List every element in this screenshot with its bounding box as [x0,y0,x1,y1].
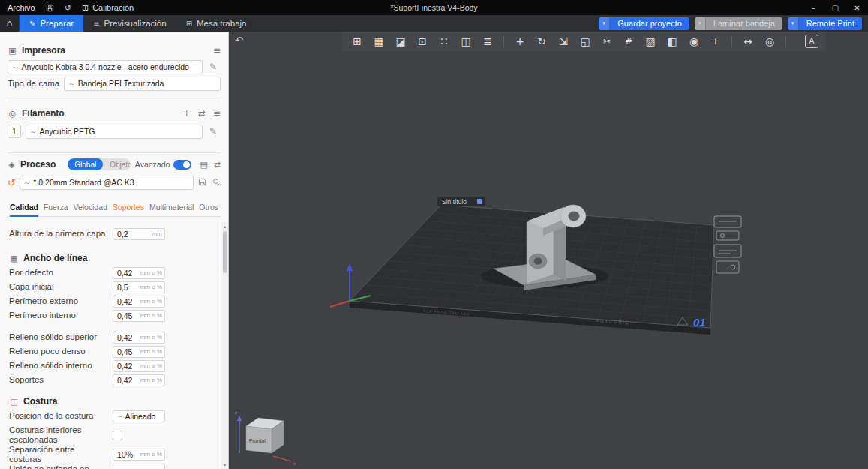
line-width-default-input[interactable]: 0,42mm o % [113,267,165,279]
workbench-icon: ⊞ [186,20,192,28]
plate-number-label[interactable]: 01 [693,316,706,329]
close-button[interactable]: ✕ [846,0,868,15]
nav-cube[interactable]: Frontal z x [235,410,296,466]
slice-plate-button[interactable]: ▾ Laminar bandeja [695,17,782,30]
home-icon: ⌂ [7,18,13,29]
filament-icon: ◎ [8,109,17,119]
tab-mesa-trabajo[interactable]: ⊞ Mesa trabajo [176,15,257,32]
bed-type-select[interactable]: ∼ Bandeja PEI Texturizada [64,77,221,91]
tab-soportes[interactable]: Soportes [113,203,144,216]
printer-section: ▣ Impresora ≡ ∼ Anycubic Kobra 3 0.4 noz… [0,32,228,101]
line-width-sparse-infill-input[interactable]: 0,45mm o % [113,346,165,358]
menu-calibracion[interactable]: ⊞ Calibración [82,3,134,13]
home-button[interactable]: ⌂ [0,15,20,32]
maximize-button[interactable]: ▢ [824,0,846,15]
line-width-first-layer-label: Capa inicial [9,282,113,292]
preview-icon: ≡ [93,20,99,28]
tab-multimaterial[interactable]: Multimaterial [149,203,194,216]
line-width-top-surface-input[interactable]: 0,42mm o % [113,332,165,344]
save-preset-icon[interactable] [198,176,206,189]
seam-position-select[interactable]: ∼ Alineado [113,410,165,422]
line-width-inner-wall-input[interactable]: 0,45mm o % [113,310,165,322]
filament-preset-select[interactable]: ∼ Anycubic PETG [26,125,203,139]
undo-icon[interactable]: ↺ [65,3,71,13]
edit-filament-icon[interactable]: ✎ [206,126,221,137]
tab-calidad[interactable]: Calidad [10,203,38,217]
remote-print-button[interactable]: ▾ Remote Print [788,17,862,30]
process-section-title: Proceso [20,159,56,170]
remote-print-dropdown-icon[interactable]: ▾ [788,17,799,30]
tab-velocidad[interactable]: Velocidad [73,203,107,216]
first-layer-height-input[interactable]: 0,2 mm [113,228,165,240]
param-row: Por defecto 0,42mm o % [9,266,219,279]
line-width-first-layer-input[interactable]: 0,5mm o % [113,281,165,293]
save-icon[interactable] [46,4,54,12]
process-icon: ◈ [8,160,16,170]
process-tabs: Calidad Fuerza Velocidad Soportes Multim… [8,203,221,217]
seam-gap-label: Separación entre costuras [9,445,113,464]
add-filament-icon[interactable]: + [183,108,191,119]
line-width-outer-wall-input[interactable]: 0,42mm o % [113,296,165,308]
line-width-internal-solid-input[interactable]: 0,42mm o % [113,360,165,372]
transfer-settings-icon[interactable]: ⇄ [214,160,221,170]
seam-position-icon: ∼ [117,413,123,420]
filament-settings-icon[interactable]: ≡ [213,108,221,119]
line-width-support-input[interactable]: 0,42mm o % [113,374,165,386]
plate-name-label: Sin título [442,198,467,206]
process-preset-select[interactable]: ∼ * 0.20mm Standard @AC K3 [20,176,194,190]
unit-label: mm o % [140,348,162,355]
scope-switch[interactable]: Global Objetos [68,158,131,170]
process-preset-value: * 0.20mm Standard @AC K3 [33,178,134,187]
seam-icon: ◫ [9,397,19,407]
param-row: Perímetro externo 0,42mm o % [9,295,219,308]
scroll-down-icon[interactable]: ▾ [221,462,228,467]
scope-objects[interactable]: Objetos [103,158,131,170]
tab-mesa-trabajo-label: Mesa trabajo [197,19,246,28]
line-width-outer-wall-label: Perímetro externo [9,296,113,306]
nav-cube-front-label[interactable]: Frontal [249,438,266,443]
scarf-joint-select[interactable]: ∼ [113,464,165,469]
scope-global[interactable]: Global [68,158,103,170]
search-setting-icon[interactable] [212,176,221,189]
filament-preset-icon: ∼ [30,128,36,136]
slice-plate-dropdown-icon[interactable]: ▾ [695,17,706,30]
save-project-button[interactable]: ▾ Guardar proyecto [599,17,689,30]
tab-fuerza[interactable]: Fuerza [44,203,68,216]
advanced-toggle[interactable] [173,160,191,170]
tab-previsualizacion[interactable]: ≡ Previsualización [83,15,176,32]
param-row: Relleno sólido superior 0,42mm o % [9,331,219,344]
scroll-up-icon[interactable]: ▴ [221,224,228,229]
minimize-button[interactable]: – [803,0,824,15]
compare-presets-icon[interactable]: ▤ [200,160,207,170]
plate-accessory-icons[interactable] [714,216,741,273]
remote-print-label: Remote Print [799,19,862,28]
menu-archivo[interactable]: Archivo [8,3,35,12]
tab-otros[interactable]: Otros [199,203,218,216]
param-row: Relleno sólido interno 0,42mm o % [9,359,219,372]
seam-gap-input[interactable]: 10%mm o % [113,449,165,461]
viewport-3d[interactable]: ↶ ⊞ ▦ ◪ ⊡ ∷ ◫ ≣ + ↻ ⇲ ◱ ✂ # ▨ ◧ ◉ T ↔ ◎ … [230,32,868,469]
tab-preparar[interactable]: ✎ Preparar [20,15,83,32]
bed-type-icon: ∼ [68,80,74,88]
window-title: *SuportFinestra V4-Body [390,3,477,12]
plate-name-tab[interactable]: Sin título [437,197,485,206]
printer-section-title: Impresora [22,45,65,56]
sidebar-scrollbar[interactable]: ▴ ▾ [221,222,228,469]
bed-type-label: Tipo de cama [8,79,59,88]
line-width-support-label: Soportes [9,375,113,385]
reset-preset-icon[interactable]: ↺ [8,177,16,188]
titlebar: Archivo ↺ ⊞ Calibración *SuportFinestra … [0,0,868,15]
staggered-seam-checkbox[interactable] [113,431,122,440]
sync-filament-icon[interactable]: ⇄ [198,108,206,119]
save-project-dropdown-icon[interactable]: ▾ [599,17,610,30]
printer-settings-icon[interactable]: ≡ [213,45,221,56]
scene-3d[interactable]: Sin título PLA PETG TPU ABS ANYCUBIC [230,32,868,469]
filament-slot-badge[interactable]: 1 [8,125,21,138]
param-row: Perímetro interno 0,45mm o % [9,309,219,322]
plate-lock-icon[interactable] [477,199,482,204]
printer-preset-select[interactable]: ∼ Anycubic Kobra 3 0.4 nozzle - acero en… [8,60,203,74]
unit-label: mm o % [140,269,162,276]
settings-sidebar: ▣ Impresora ≡ ∼ Anycubic Kobra 3 0.4 noz… [0,32,229,469]
edit-printer-icon[interactable]: ✎ [206,62,221,72]
scrollbar-thumb[interactable] [223,231,227,273]
